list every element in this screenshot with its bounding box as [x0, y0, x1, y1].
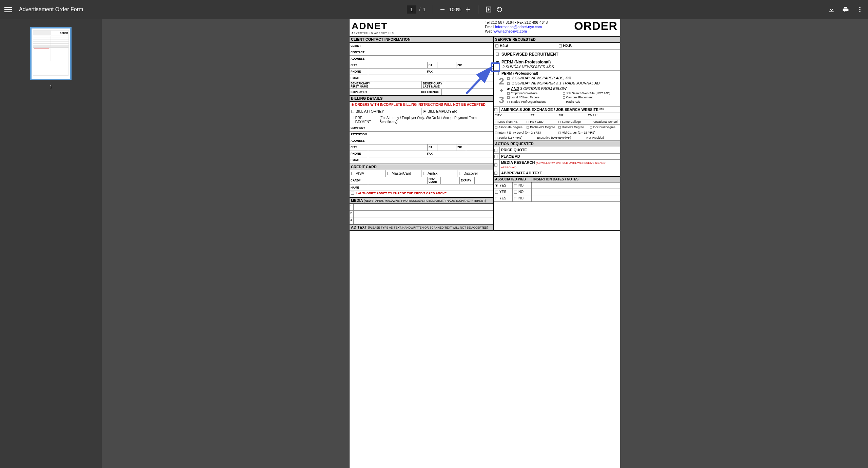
authorize-option[interactable]: I AUTHORIZE ADNET TO CHARGE THE CREDIT C…	[350, 191, 493, 197]
h2b-option[interactable]: H2-B	[557, 43, 574, 49]
b-address-field[interactable]	[368, 138, 493, 144]
aje-label: AMERICA'S JOB EXCHANGE / JOB SEARCH WEBS…	[500, 107, 605, 113]
insertion-2-field[interactable]	[532, 189, 620, 195]
document-viewer[interactable]: ADNET ADVERTISING AGENCY INC Tel 212-587…	[102, 19, 868, 468]
place-ad-checkbox[interactable]	[494, 154, 500, 159]
exp-mid[interactable]: Mid-Career (2 – 15 YRS)	[557, 130, 620, 135]
edu-vocational[interactable]: Vocational School	[589, 119, 620, 124]
prof-opt-1[interactable]: 2 SUNDAY NEWSPAPER ADS, OR	[507, 76, 618, 81]
edu-some-college[interactable]: Some College	[557, 119, 589, 124]
page-thumbnail[interactable]: ORDER	[30, 27, 72, 80]
ccv-field[interactable]	[441, 177, 459, 184]
b-phone-field[interactable]	[368, 151, 426, 157]
bill-attorney-option[interactable]: BILL ATTORNEY	[350, 108, 421, 115]
edu-associate[interactable]: Associate Degree	[494, 125, 525, 130]
media-3-field[interactable]	[354, 217, 493, 224]
client-field[interactable]	[368, 43, 493, 49]
assoc-1-yes[interactable]: YES	[494, 182, 513, 189]
zoom-out-icon[interactable]	[438, 5, 447, 14]
reference-field[interactable]	[442, 89, 493, 95]
cc-name-field[interactable]	[368, 184, 493, 191]
mastercard-option[interactable]: MasterCard	[386, 170, 421, 177]
rotate-icon[interactable]	[495, 5, 504, 14]
page-number-input[interactable]	[407, 5, 416, 14]
supervised-recruitment-option[interactable]: SUPERVISED RECRUITMENT	[496, 52, 558, 57]
media-2-field[interactable]	[354, 211, 493, 217]
exp-intern[interactable]: Intern / Entry Level (0 – 2 YRS)	[494, 130, 557, 135]
exp-exec[interactable]: Executive (SVP/EVP/VP)	[532, 135, 581, 140]
b-city-field[interactable]	[368, 144, 427, 151]
section-action: ACTION REQUESTED	[494, 141, 620, 147]
incomplete-warning: ✱ ORDERS WITH INCOMPLETE BILLING INSTRUC…	[351, 103, 486, 107]
edu-master[interactable]: Master's Degree	[557, 125, 589, 130]
phone-field[interactable]	[368, 69, 426, 75]
abbreviate-checkbox[interactable]	[494, 170, 500, 176]
assoc-2-yes[interactable]: YES	[494, 189, 513, 195]
assoc-1-no[interactable]: NO	[513, 182, 532, 189]
more-icon[interactable]	[856, 5, 864, 14]
svg-rect-5	[468, 7, 469, 12]
prof-opt-2[interactable]: 1 SUNDAY NEWSPAPER & 1 TRADE JOURNAL AD	[507, 81, 618, 86]
b-email-field[interactable]	[368, 157, 493, 163]
perm-nonprofessional-option[interactable]: PERM (Non-Professional)	[496, 60, 618, 64]
cardnum-field[interactable]	[368, 177, 427, 184]
aje-st-label: ST:	[530, 114, 535, 118]
menu-icon[interactable]	[4, 5, 12, 14]
exp-np[interactable]: Not Provided	[581, 135, 620, 140]
contact-label: CONTACT	[350, 49, 368, 55]
b-zip-field[interactable]	[466, 144, 493, 151]
svg-text:ORDER: ORDER	[60, 32, 68, 34]
opt-radio[interactable]: Radio Ads	[563, 100, 618, 104]
assoc-3-yes[interactable]: YES	[494, 195, 513, 201]
opt-employer-website[interactable]: Employer's Website	[507, 91, 563, 96]
b-fax-field[interactable]	[436, 151, 494, 157]
insertion-3-field[interactable]	[532, 195, 620, 201]
insertion-1-field[interactable]	[532, 182, 620, 189]
city-field[interactable]	[368, 62, 427, 68]
ad-text-area[interactable]	[350, 230, 620, 271]
aje-checkbox[interactable]	[494, 107, 500, 113]
attention-field[interactable]	[368, 132, 493, 138]
fax-field[interactable]	[436, 69, 494, 75]
b-st-field[interactable]	[437, 144, 456, 151]
company-field[interactable]	[368, 125, 493, 131]
contact-field[interactable]	[368, 49, 493, 55]
employer-field[interactable]	[368, 89, 420, 95]
visa-option[interactable]: VISA	[350, 170, 386, 177]
print-icon[interactable]	[842, 5, 850, 14]
fit-page-icon[interactable]	[485, 5, 493, 14]
st-field[interactable]	[437, 62, 456, 68]
assoc-3-no[interactable]: NO	[513, 195, 532, 201]
edu-lths[interactable]: Less Than HS	[494, 119, 525, 124]
ben-last-field[interactable]	[445, 81, 493, 89]
opt-local-papers[interactable]: Local / Ethnic Papers	[507, 95, 563, 100]
assoc-2-no[interactable]: NO	[513, 189, 532, 195]
prepayment-option[interactable]: PRE-PAYMENT (For Attorney / Employer Onl…	[350, 115, 493, 125]
address-field[interactable]	[368, 56, 493, 62]
expiry-field[interactable]	[475, 177, 493, 184]
web-link[interactable]: www.adnet-nyc.com	[493, 29, 527, 33]
zoom-in-icon[interactable]	[464, 5, 472, 14]
bill-employer-option[interactable]: BILL EMPLOYER	[421, 108, 458, 115]
st-label: ST	[427, 62, 437, 68]
zip-field[interactable]	[466, 62, 493, 68]
exp-senior[interactable]: Senior (15+ YRS)	[494, 135, 532, 140]
ben-first-field[interactable]	[373, 81, 421, 89]
download-icon[interactable]	[827, 5, 835, 14]
opt-campus[interactable]: Campus Placement	[563, 95, 618, 100]
opt-job-search[interactable]: Job Search Web Site (NOT AJE)	[563, 91, 618, 96]
media-1-field[interactable]	[354, 204, 493, 210]
document-title: Advertisement Order Form	[19, 6, 83, 13]
perm-professional-option[interactable]: PERM (Professional)	[496, 71, 618, 76]
discover-option[interactable]: Discover	[457, 170, 480, 177]
price-quote-checkbox[interactable]	[494, 147, 500, 153]
edu-hs[interactable]: HS / GED	[525, 119, 557, 124]
amex-option[interactable]: AmEx	[421, 170, 457, 177]
media-research-checkbox[interactable]	[494, 160, 500, 170]
edu-bachelor[interactable]: Bachelor's Degree	[525, 125, 557, 130]
email-link[interactable]: information@adnet-nyc.com	[495, 25, 542, 29]
email-field[interactable]	[368, 75, 493, 81]
opt-trade-prof[interactable]: Trade / Prof Organizations	[507, 100, 563, 104]
h2a-option[interactable]: H2-A	[494, 43, 557, 49]
edu-doctoral[interactable]: Doctoral Degree	[589, 125, 620, 130]
